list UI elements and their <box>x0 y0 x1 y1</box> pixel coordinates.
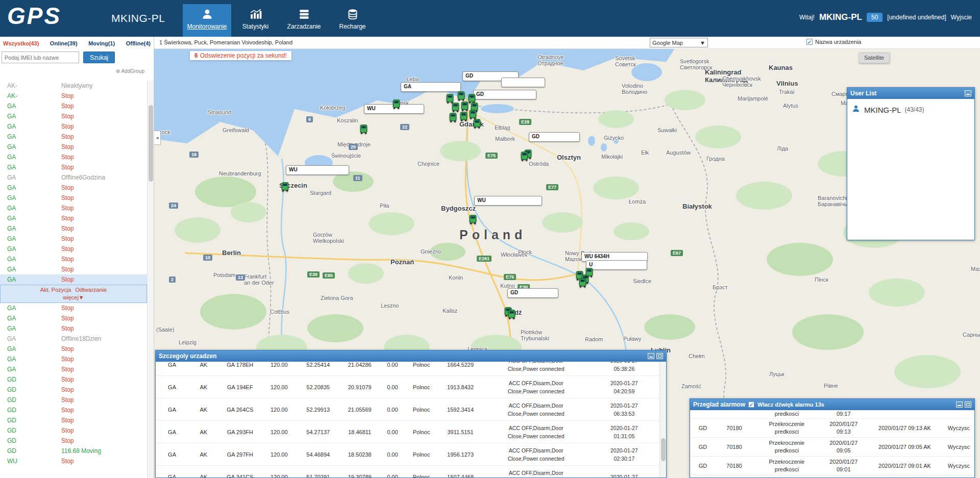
truck-marker-icon[interactable] <box>449 113 457 122</box>
device-row[interactable]: GD116.68 Moving <box>0 446 147 456</box>
alarm-sound-checkbox[interactable]: ✓ <box>748 401 754 408</box>
device-row[interactable]: GAOffline18Dzien <box>0 334 147 344</box>
device-row[interactable]: GDStop <box>0 415 147 425</box>
device-row[interactable]: GAStop <box>0 313 147 323</box>
truck-marker-icon[interactable] <box>507 310 516 319</box>
filter-moving[interactable]: Moving(1) <box>88 40 115 46</box>
device-table-row[interactable]: GAAKGA 194EF120.0052.2083520.910790.00Po… <box>156 376 659 398</box>
truck-marker-icon[interactable] <box>578 278 587 288</box>
tab-monitorowanie[interactable]: Monitorowanie <box>183 4 231 37</box>
user-list-entry[interactable]: MKING-PL (43/43) <box>847 99 974 120</box>
device-table-row[interactable]: GAAKGA 264CS120.0052.2991321.055690.00Po… <box>156 398 659 421</box>
truck-marker-icon[interactable] <box>281 182 289 192</box>
truck-marker-icon[interactable] <box>459 112 468 121</box>
device-row[interactable]: GAStop <box>0 254 147 264</box>
scrollbar-thumb[interactable] <box>149 105 153 182</box>
device-row[interactable]: GAStop <box>0 234 147 244</box>
device-row[interactable]: AK-Nieaktywny <box>0 81 147 91</box>
alarm-row[interactable]: predkosci09:17 <box>690 410 974 419</box>
device-row[interactable]: GAStop <box>0 183 147 193</box>
truck-marker-icon[interactable] <box>469 215 477 224</box>
truck-marker-icon[interactable] <box>585 268 594 278</box>
device-row[interactable]: GAStop <box>0 203 147 213</box>
tab-statystyki[interactable]: Statystyki <box>231 4 280 37</box>
truck-marker-icon[interactable] <box>457 91 465 101</box>
device-marker-label[interactable]: GD <box>529 132 580 142</box>
truck-marker-icon[interactable] <box>451 103 460 112</box>
alarm-row[interactable]: GD70180Przekroczeniepredkosci2020/01/270… <box>690 438 974 457</box>
device-row[interactable]: GAStop <box>0 213 147 223</box>
device-row[interactable]: GAStop <box>0 303 147 313</box>
device-row[interactable]: GAStop <box>0 244 147 254</box>
minimize-icon[interactable] <box>965 90 971 96</box>
device-row[interactable]: GAStop <box>0 364 147 374</box>
device-marker-label[interactable] <box>501 78 545 87</box>
sidebar-collapse-handle[interactable]: ◄ <box>154 131 161 145</box>
clear-alarm-link[interactable]: Wyczysc <box>948 463 970 469</box>
device-row[interactable]: GDStop <box>0 385 147 395</box>
alarm-row[interactable]: GD70180Przekroczeniepredkosci2020/01/270… <box>690 457 974 475</box>
minimize-icon[interactable] <box>648 353 654 359</box>
filter-online[interactable]: Online(39) <box>50 40 78 46</box>
device-marker-label[interactable]: GD <box>507 288 558 298</box>
details-scrollbar[interactable] <box>659 362 666 477</box>
clear-alarm-link[interactable]: Wyczysc <box>948 425 970 431</box>
filter-offline[interactable]: Offline(4) <box>126 40 151 46</box>
device-row[interactable]: GAStop <box>0 323 147 334</box>
add-group-link[interactable]: ⊕ AddGroup <box>116 68 144 74</box>
device-marker-label[interactable]: GD <box>473 90 536 99</box>
sidebar-scrollbar[interactable] <box>147 81 154 478</box>
device-row[interactable]: GAStop <box>0 162 147 172</box>
device-marker-label[interactable]: WU <box>474 196 542 206</box>
device-row[interactable]: GAStop <box>0 264 147 274</box>
tab-zarzadzanie[interactable]: Zarzadzanie <box>280 4 328 37</box>
device-row[interactable]: GAStop <box>0 193 147 203</box>
device-row[interactable]: GAStop <box>0 152 147 162</box>
device-row[interactable]: GAStop <box>0 142 147 152</box>
device-table-row[interactable]: GAAKGA 341CS120.0051.7029119.307890.00Po… <box>156 466 659 477</box>
device-row[interactable]: GAStop <box>0 344 147 354</box>
device-row[interactable]: GDStop <box>0 405 147 415</box>
device-row[interactable]: GAStop <box>0 121 147 132</box>
tab-recharge[interactable]: Recharge <box>328 4 377 37</box>
device-row[interactable]: GDStop <box>0 395 147 405</box>
filter-all[interactable]: Wszystko(43) <box>3 40 39 46</box>
logout-link[interactable]: Wyjscie <box>951 14 972 21</box>
device-row[interactable]: GAStop <box>0 274 147 285</box>
device-row[interactable]: GAStop <box>0 223 147 234</box>
truck-marker-icon[interactable] <box>520 152 529 161</box>
truck-marker-icon[interactable] <box>469 110 477 119</box>
device-row[interactable]: GAStop <box>0 111 147 121</box>
device-actions[interactable]: Akt. PozycjaOdtwarzaniewięcej▼ <box>0 285 147 303</box>
truck-marker-icon[interactable] <box>392 99 401 109</box>
search-button[interactable]: Szukaj <box>83 52 115 63</box>
satellite-button[interactable]: Satellite <box>859 53 890 63</box>
device-row[interactable]: GAStop <box>0 354 147 364</box>
device-row[interactable]: WUStop <box>0 456 147 466</box>
maximize-icon[interactable] <box>656 353 663 359</box>
scrollbar-thumb[interactable] <box>661 438 666 461</box>
device-row[interactable]: GDStop <box>0 374 147 385</box>
alarm-row[interactable]: GD70180Przekroczeniepredkosci2020/01/270… <box>690 419 974 438</box>
device-row[interactable]: GDStop <box>0 425 147 436</box>
device-row[interactable]: GAOffline6Godzina <box>0 172 147 183</box>
checkbox-checked-icon[interactable]: ✓ <box>806 39 813 45</box>
imei-search-input[interactable] <box>2 52 79 63</box>
device-row[interactable]: AK-Stop <box>0 91 147 101</box>
device-table-row[interactable]: GAAKGA 293FH120.0054.2713718.468110.00Po… <box>156 421 659 443</box>
clear-alarm-link[interactable]: Wyczysc <box>948 444 970 450</box>
maximize-icon[interactable] <box>965 401 971 408</box>
device-marker-label[interactable]: GA <box>401 82 461 92</box>
device-row[interactable]: GAStop <box>0 132 147 142</box>
minimize-icon[interactable] <box>956 401 963 408</box>
device-table-row[interactable]: GAAKGA 297FH120.0054.4689418.502380.00Po… <box>156 443 659 466</box>
truck-marker-icon[interactable] <box>473 119 481 129</box>
device-marker-label[interactable]: U <box>586 260 647 270</box>
truck-marker-icon[interactable] <box>460 102 469 111</box>
device-row[interactable]: GAStop <box>0 101 147 111</box>
device-table-row[interactable]: GAAKGA 178EH120.0052.2541421.042860.00Po… <box>156 362 659 376</box>
device-marker-label[interactable]: WU <box>286 165 349 175</box>
truck-marker-icon[interactable] <box>359 124 368 134</box>
device-row[interactable]: GDStop <box>0 436 147 446</box>
device-name-toggle[interactable]: ✓ Nazwa urzadzenia <box>806 39 862 45</box>
